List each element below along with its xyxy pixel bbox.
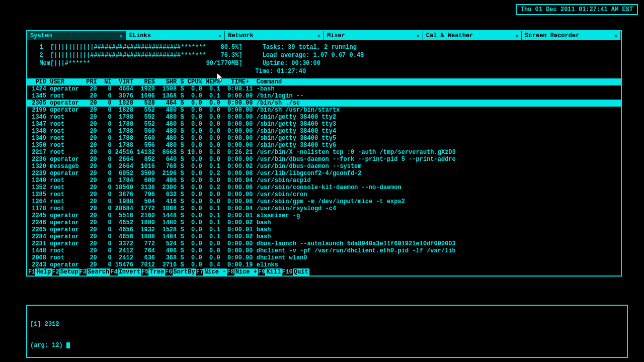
process-row[interactable]: 2199 operator 20 0 1828 552 480 S 0.0 0.… <box>27 107 621 114</box>
process-row[interactable]: 2217 root 20 0 24516 14132 8668 S 19.0 0… <box>27 149 621 156</box>
close-icon[interactable]: ✕ <box>614 33 617 39</box>
process-row[interactable]: 2245 operator 20 0 5516 2160 1448 S 0.0 … <box>27 212 621 219</box>
fkey-f10[interactable]: F10 <box>282 268 293 276</box>
process-row[interactable]: 2246 operator 20 0 4652 1880 1480 S 0.0 … <box>27 219 621 226</box>
process-row[interactable]: 2068 root 20 0 2412 636 368 S 0.0 0.0 0:… <box>27 254 621 261</box>
tab-label: System <box>30 32 52 39</box>
process-row[interactable]: 2239 operator 20 0 6952 3500 2196 S 0.0 … <box>27 170 621 177</box>
fkey-label: Tree <box>148 268 165 276</box>
fkey-f7[interactable]: F7 <box>196 268 203 276</box>
process-row[interactable]: 2284 operator 20 0 4656 1888 1484 S 0.0 … <box>27 233 621 240</box>
tab-elinks[interactable]: ELinks✕ <box>126 31 225 40</box>
time-info: Time: 01:27:40 <box>255 67 306 75</box>
function-key-bar[interactable]: F1HelpF2SetupF3SearchF4InvertF5TreeF6Sor… <box>27 268 621 276</box>
close-icon[interactable]: ✕ <box>417 33 420 39</box>
process-row[interactable]: 1349 root 20 0 1788 560 480 S 0.0 0.0 0:… <box>27 135 621 142</box>
process-row[interactable]: 1424 operator 20 0 4664 1920 1508 S 0.0 … <box>27 85 621 93</box>
process-row[interactable]: 2265 operator 20 0 4656 1932 1528 S 0.0 … <box>27 226 621 233</box>
process-row[interactable]: 1345 root 20 0 3076 1696 1368 S 0.0 0.1 … <box>27 93 621 100</box>
tasks-info: Tasks: 39 total, 2 running <box>263 43 357 51</box>
process-row[interactable]: 1285 root 20 0 3876 796 632 S 0.0 0.0 0:… <box>27 191 621 198</box>
cpu1-meter: 1 [|||||||||||########################**… <box>32 43 243 51</box>
process-row[interactable]: 1347 root 20 0 1788 552 480 S 0.0 0.0 0:… <box>27 121 621 128</box>
process-row[interactable]: 1350 root 20 0 1788 556 480 S 0.0 0.0 0:… <box>27 142 621 149</box>
fkey-f4[interactable]: F4 <box>110 268 117 276</box>
column-headers[interactable]: PID USER PRI NI VIRT RES SHR S CPU% MEM%… <box>27 78 621 85</box>
process-row[interactable]: 1352 root 20 0 18560 3136 2300 S 0.0 0.2… <box>27 184 621 191</box>
close-icon[interactable]: ✕ <box>120 33 123 39</box>
process-row[interactable]: 1178 root 20 0 28684 1772 1088 S 0.0 0.1… <box>27 205 621 212</box>
fkey-label: Nice + <box>234 268 258 276</box>
process-row[interactable]: 1348 root 20 0 1788 560 480 S 0.0 0.0 0:… <box>27 128 621 135</box>
close-icon[interactable]: ✕ <box>218 33 221 39</box>
terminal-window: System✕ELinks✕Network✕Mixer✕Cal & Weathe… <box>26 30 622 277</box>
fkey-label: SortBy <box>173 268 196 276</box>
tab-cal-weather[interactable]: Cal & Weather✕ <box>423 31 522 40</box>
cursor-icon <box>66 342 70 348</box>
tab-label: Screen Recorder <box>525 32 579 39</box>
process-row[interactable]: 2305 operator 20 0 1828 528 464 S 0.0 0.… <box>27 100 621 107</box>
tab-bar: System✕ELinks✕Network✕Mixer✕Cal & Weathe… <box>27 31 621 40</box>
shell-prompt[interactable]: [1] 2312 (arg: 12) <box>26 305 628 358</box>
process-table[interactable]: 1424 operator 20 0 4664 1920 1508 S 0.0 … <box>27 85 621 268</box>
process-row[interactable]: 2236 operator 20 0 2664 852 640 S 0.0 0.… <box>27 156 621 163</box>
fkey-label: Setup <box>59 268 79 276</box>
tab-label: Mixer <box>327 32 345 39</box>
process-row[interactable]: 2243 operator 20 0 15476 7012 3716 S 0.0… <box>27 261 621 268</box>
fkey-f5[interactable]: F5 <box>141 268 148 276</box>
process-row[interactable]: 1264 root 20 0 1988 504 416 S 0.0 0.0 0:… <box>27 198 621 205</box>
cpu2-meter: 2 [||||||||||#########################**… <box>32 51 243 59</box>
tab-screen-recorder[interactable]: Screen Recorder✕ <box>522 31 621 40</box>
process-row[interactable]: 1448 root 20 0 2412 764 496 S 0.0 0.0 0:… <box>27 247 621 254</box>
fkey-f3[interactable]: F3 <box>79 268 87 276</box>
fkey-f2[interactable]: F2 <box>52 268 59 276</box>
fkey-label: Quit <box>293 268 309 276</box>
close-icon[interactable]: ✕ <box>317 33 320 39</box>
tab-mixer[interactable]: Mixer✕ <box>324 31 423 40</box>
prompt-line-2: (arg: 12) <box>30 342 624 349</box>
meters-panel: 1 [|||||||||||########################**… <box>27 40 621 78</box>
fkey-label: Nice - <box>203 268 227 276</box>
tab-label: ELinks <box>129 32 151 39</box>
fkey-f1[interactable]: F1 <box>28 268 35 276</box>
tab-system[interactable]: System✕ <box>27 31 126 40</box>
fkey-label: Search <box>87 268 110 276</box>
uptime-info: Uptime: 00:30:00 <box>263 59 320 67</box>
fkey-f6[interactable]: F6 <box>165 268 172 276</box>
tab-network[interactable]: Network✕ <box>225 31 324 40</box>
fkey-label: Help <box>35 268 52 276</box>
close-icon[interactable]: ✕ <box>515 33 518 39</box>
fkey-f8[interactable]: F8 <box>227 268 234 276</box>
tab-label: Cal & Weather <box>426 32 473 39</box>
load-info: Load average: 1.07 0.67 0.48 <box>263 51 364 59</box>
fkey-label: Invert <box>118 268 141 276</box>
tab-label: Network <box>228 32 253 39</box>
fkey-f9[interactable]: F9 <box>258 268 265 276</box>
mem-meter: Mem[|||#****** 90/1770MB] <box>32 59 243 67</box>
process-row[interactable]: 1320 messageb 20 0 2664 1016 768 S 0.0 0… <box>27 163 621 170</box>
process-row[interactable]: 2231 operator 20 0 3372 772 524 S 0.0 0.… <box>27 240 621 247</box>
clock: Thu 01 Dec 2011 01:27:41 AM EST <box>516 4 638 15</box>
fkey-label: Kill <box>265 268 282 276</box>
process-row[interactable]: 1346 root 20 0 1788 552 480 S 0.0 0.0 0:… <box>27 114 621 121</box>
prompt-line-1: [1] 2312 <box>30 321 624 328</box>
meter-spacer <box>32 67 235 75</box>
process-row[interactable]: 1240 root 20 0 1784 600 496 S 0.0 0.0 0:… <box>27 177 621 184</box>
